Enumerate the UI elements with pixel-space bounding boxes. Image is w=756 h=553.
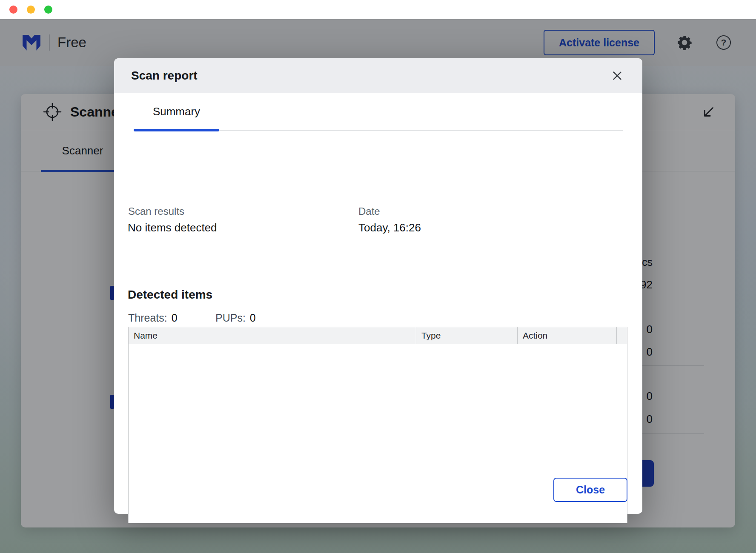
column-header-name: Name: [129, 327, 416, 344]
screen: Free Activate license ?: [0, 0, 756, 553]
pups-number: 0: [250, 312, 256, 324]
pups-count: PUPs: 0: [215, 312, 256, 324]
date-value: Today, 16:26: [358, 221, 421, 234]
threats-count: Threats: 0: [128, 312, 178, 324]
scan-report-tab-bar: Summary: [134, 93, 623, 131]
column-header-type: Type: [416, 327, 517, 344]
traffic-light-close[interactable]: [9, 6, 17, 14]
window-titlebar: [0, 0, 756, 19]
detected-items-table: Name Type Action: [128, 327, 627, 523]
column-header-gutter: [616, 327, 627, 344]
traffic-light-minimize[interactable]: [27, 6, 35, 14]
table-body-empty: [129, 344, 627, 523]
scan-report-dialog: Scan report Summary Scan results No item…: [114, 58, 642, 514]
threats-label: Threats:: [128, 312, 167, 324]
date-label: Date: [358, 205, 380, 217]
scan-report-title: Scan report: [131, 69, 198, 83]
threats-number: 0: [172, 312, 178, 324]
close-icon: [611, 69, 624, 82]
tab-summary[interactable]: Summary: [134, 93, 219, 130]
table-header-row: Name Type Action: [129, 327, 627, 344]
active-tab-underline: [134, 129, 219, 131]
scan-report-header: Scan report: [114, 58, 642, 93]
scan-results-label: Scan results: [128, 205, 184, 217]
close-button[interactable]: Close: [553, 478, 627, 502]
scan-results-value: No items detected: [128, 221, 217, 234]
modal-close-button[interactable]: [609, 68, 625, 84]
pups-label: PUPs:: [215, 312, 246, 324]
traffic-light-zoom[interactable]: [44, 6, 52, 14]
detected-items-heading: Detected items: [128, 288, 212, 302]
column-header-action: Action: [517, 327, 616, 344]
